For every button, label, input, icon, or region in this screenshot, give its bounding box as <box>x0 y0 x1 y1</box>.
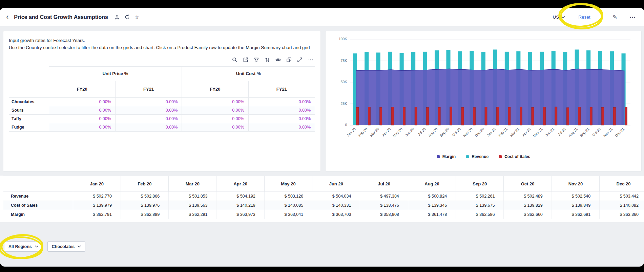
sort-icon[interactable] <box>264 57 270 63</box>
growth-input-cell[interactable]: 0.00% <box>115 106 182 114</box>
month-column-header: Mar 20 <box>169 176 216 192</box>
favorite-star-icon[interactable]: ☆ <box>134 15 139 20</box>
growth-grid-row[interactable]: Chocolates0.00%0.00%0.00%0.00% <box>9 97 315 106</box>
measure-label: Cost of Sales <box>3 201 73 210</box>
svg-text:Mar 21: Mar 21 <box>509 127 520 138</box>
product-family-label[interactable]: Fudge <box>9 123 49 131</box>
legend-item-revenue[interactable]: Revenue <box>466 154 489 159</box>
svg-text:50K: 50K <box>341 80 347 84</box>
chart-canvas: 025K50K75K100KJan 20Feb 20Mar 20Apr 20Ma… <box>330 35 637 154</box>
summary-value-cell: $ 362,291 <box>169 210 216 219</box>
growth-input-cell[interactable]: 0.00% <box>115 123 182 131</box>
reset-button[interactable]: Reset <box>576 14 592 20</box>
summary-value-cell: $ 139,346 <box>408 201 456 210</box>
legend-item-cost-of-sales[interactable]: Cost of Sales <box>499 154 530 159</box>
growth-input-cell[interactable]: 0.00% <box>248 97 315 106</box>
region-selector-label: All Regions <box>8 244 32 249</box>
growth-input-cell[interactable]: 0.00% <box>182 123 248 131</box>
summary-value-cell: $ 504,034 <box>312 192 360 201</box>
corner-cell <box>9 66 49 81</box>
fiscal-year-column-header: FY20 <box>182 81 248 97</box>
growth-input-cell[interactable]: 0.00% <box>248 114 315 123</box>
summary-grid-row: Cost of Sales$ 139,979$ 139,976$ 139,563… <box>3 201 644 210</box>
column-group-unit-cost: Unit Cost % <box>182 66 315 81</box>
region-selector[interactable]: All Regions <box>4 241 43 252</box>
svg-text:Jun 21: Jun 21 <box>544 127 555 137</box>
summary-grid-row: Margin$ 362,791$ 362,889$ 362,291$ 363,9… <box>3 210 644 219</box>
edit-pencil-icon[interactable]: ✎ <box>611 14 619 21</box>
country-value: US <box>553 15 559 20</box>
filter-icon[interactable] <box>253 57 259 63</box>
summary-value-cell: $ 363,360 <box>600 210 644 219</box>
growth-input-cell[interactable]: 0.00% <box>49 114 115 123</box>
growth-input-cell[interactable]: 0.00% <box>248 123 315 131</box>
growth-input-cell[interactable]: 0.00% <box>182 106 248 114</box>
instructions-text: Input growth rates for Forecast Years. U… <box>9 37 314 51</box>
svg-text:Aug 21: Aug 21 <box>567 127 578 138</box>
more-menu-icon[interactable]: ⋯ <box>627 13 638 21</box>
refresh-icon[interactable] <box>124 14 130 20</box>
legend-label: Revenue <box>472 154 489 159</box>
product-family-label[interactable]: Sours <box>9 106 49 114</box>
growth-input-cell[interactable]: 0.00% <box>49 106 115 114</box>
svg-text:Feb 20: Feb 20 <box>357 127 368 138</box>
growth-input-cell[interactable]: 0.00% <box>115 114 182 123</box>
chevron-down-icon <box>35 245 38 248</box>
legend-dot <box>466 155 469 158</box>
search-icon[interactable] <box>232 57 238 63</box>
product-family-label[interactable]: Chocolates <box>9 97 49 106</box>
month-column-header: Jun 20 <box>312 176 360 192</box>
export-icon[interactable] <box>243 57 249 63</box>
summary-value-cell: $ 139,675 <box>456 201 504 210</box>
growth-grid-row[interactable]: Sours0.00%0.00%0.00%0.00% <box>9 106 315 114</box>
summary-value-cell: $ 362,660 <box>504 210 552 219</box>
month-column-header: Sep 20 <box>456 176 504 192</box>
summary-value-cell: $ 502,540 <box>552 192 599 201</box>
svg-text:100K: 100K <box>339 37 347 41</box>
summary-value-cell: $ 140,082 <box>600 201 644 210</box>
duplicate-icon[interactable] <box>286 57 292 63</box>
growth-rates-grid: Unit Price %Unit Cost %FY20FY21FY20FY21C… <box>9 66 315 132</box>
country-context-selector[interactable]: US <box>550 13 568 22</box>
title-icon-group: ☆ <box>114 14 139 20</box>
instructions-line-2: Use the Country context selector to filt… <box>9 44 314 51</box>
summary-value-cell: $ 504,192 <box>216 192 264 201</box>
fullscreen-icon[interactable] <box>297 57 303 63</box>
summary-value-cell: $ 497,384 <box>360 192 408 201</box>
grid-more-icon[interactable] <box>308 57 314 63</box>
growth-input-cell[interactable]: 0.00% <box>115 97 182 106</box>
margin-summary-grid: Jan 20Feb 20Mar 20Apr 20May 20Jun 20Jul … <box>3 176 644 219</box>
svg-text:Jan 21: Jan 21 <box>486 127 497 137</box>
growth-input-cell[interactable]: 0.00% <box>49 97 115 106</box>
column-group-unit-price: Unit Price % <box>49 66 182 81</box>
svg-text:Mar 20: Mar 20 <box>369 127 380 138</box>
page-title: Price and Cost Growth Assumptions <box>14 14 108 20</box>
margin-summary-chart-card: 025K50K75K100KJan 20Feb 20Mar 20Apr 20Ma… <box>326 31 641 171</box>
product-selector[interactable]: Chocolates <box>47 241 85 252</box>
svg-text:Jul 20: Jul 20 <box>417 127 427 136</box>
growth-grid-row[interactable]: Taffy0.00%0.00%0.00%0.00% <box>9 114 315 123</box>
product-family-label[interactable]: Taffy <box>9 114 49 123</box>
measure-label: Revenue <box>3 192 73 201</box>
user-icon[interactable] <box>114 14 120 20</box>
svg-text:May 21: May 21 <box>532 127 543 138</box>
svg-text:0: 0 <box>345 123 347 127</box>
month-column-header: Jan 20 <box>73 176 121 192</box>
growth-input-cell[interactable]: 0.00% <box>248 106 315 114</box>
legend-item-margin[interactable]: Margin <box>437 154 456 159</box>
growth-input-cell[interactable]: 0.00% <box>49 123 115 131</box>
summary-value-cell: $ 500,824 <box>408 192 456 201</box>
fiscal-year-column-header: FY21 <box>115 81 182 97</box>
back-button[interactable]: ‹ <box>6 13 11 21</box>
visibility-eye-icon[interactable] <box>275 57 281 63</box>
growth-grid-row[interactable]: Fudge0.00%0.00%0.00%0.00% <box>9 123 315 131</box>
growth-input-cell[interactable]: 0.00% <box>182 114 248 123</box>
summary-value-cell: $ 502,866 <box>121 192 168 201</box>
summary-value-cell: $ 362,586 <box>456 210 504 219</box>
growth-assumptions-card: Input growth rates for Forecast Years. U… <box>3 31 320 171</box>
instructions-line-1: Input growth rates for Forecast Years. <box>9 37 314 44</box>
growth-input-cell[interactable]: 0.00% <box>182 97 248 106</box>
summary-value-cell: $ 139,976 <box>121 201 168 210</box>
svg-text:Apr 20: Apr 20 <box>381 127 392 137</box>
summary-value-cell: $ 362,791 <box>73 210 121 219</box>
